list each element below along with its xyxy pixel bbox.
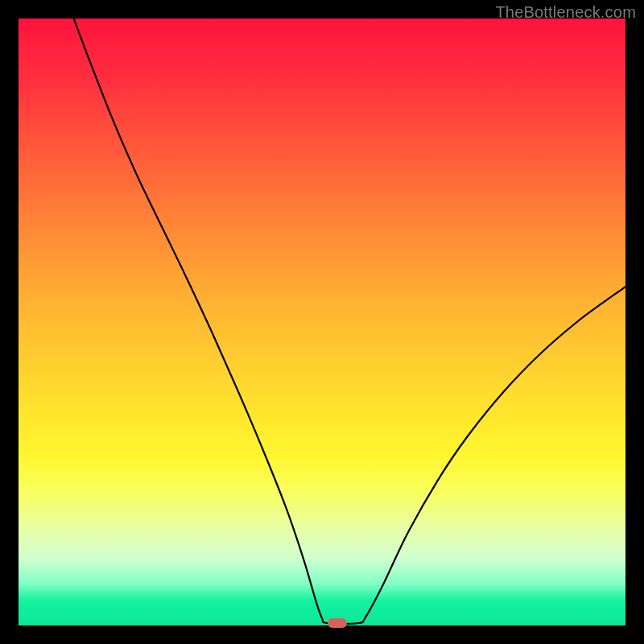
curve-svg (19, 19, 625, 625)
plot-area (19, 19, 625, 625)
chart-stage: TheBottleneck.com (0, 0, 644, 644)
curve-line (74, 19, 625, 624)
minimum-marker (328, 618, 347, 628)
watermark-text: TheBottleneck.com (495, 3, 636, 22)
